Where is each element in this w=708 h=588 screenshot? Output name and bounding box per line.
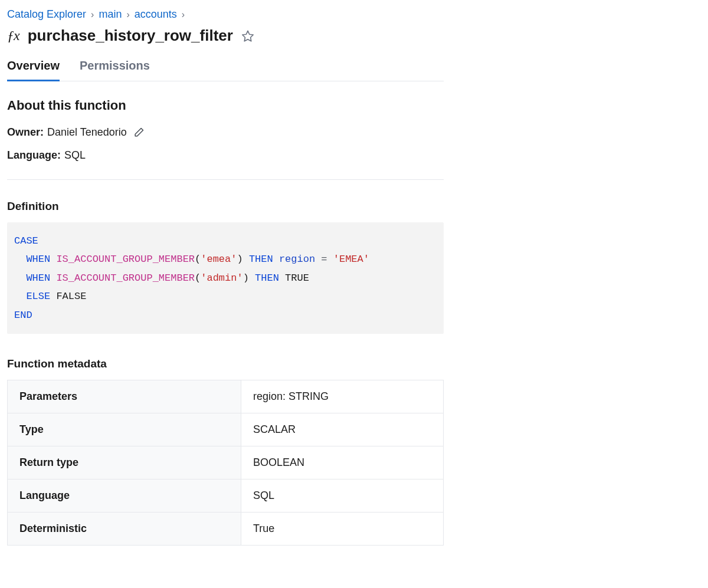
svg-marker-0 [242, 31, 253, 41]
table-row: Deterministic True [8, 513, 444, 546]
breadcrumb: Catalog Explorer › main › accounts › [7, 8, 444, 21]
metadata-label: Return type [8, 446, 241, 479]
code-punct: ) [243, 272, 249, 284]
metadata-label: Parameters [8, 380, 241, 413]
chevron-right-icon: › [182, 9, 185, 20]
code-keyword: WHEN [26, 272, 50, 284]
divider [7, 179, 444, 180]
tab-overview[interactable]: Overview [7, 59, 60, 81]
owner-label: Owner: [7, 126, 44, 139]
tabs: Overview Permissions [7, 59, 444, 81]
star-icon[interactable] [241, 29, 254, 42]
breadcrumb-item-main[interactable]: main [99, 8, 122, 21]
owner-row: Owner: Daniel Tenedorio [7, 126, 444, 139]
breadcrumb-item-catalog-explorer[interactable]: Catalog Explorer [7, 8, 86, 21]
table-row: Type SCALAR [8, 413, 444, 446]
language-value: SQL [64, 149, 86, 162]
breadcrumb-item-accounts[interactable]: accounts [135, 8, 177, 21]
code-string: 'admin' [201, 272, 242, 284]
code-keyword: THEN [249, 254, 273, 265]
table-row: Return type BOOLEAN [8, 446, 444, 479]
code-operator: = [321, 254, 327, 265]
owner-value: Daniel Tenedorio [47, 126, 127, 139]
table-row: Language SQL [8, 479, 444, 513]
page-title: purchase_history_row_filter [28, 27, 233, 45]
about-section-title: About this function [7, 98, 444, 113]
code-literal: FALSE [56, 291, 86, 302]
table-row: Parameters region: STRING [8, 380, 444, 413]
chevron-right-icon: › [91, 9, 94, 20]
code-literal: TRUE [285, 272, 309, 284]
metadata-table: Parameters region: STRING Type SCALAR Re… [7, 380, 444, 546]
code-keyword: THEN [255, 272, 279, 284]
function-icon: ƒx [7, 28, 19, 44]
page-title-row: ƒx purchase_history_row_filter [7, 27, 444, 45]
language-row: Language: SQL [7, 149, 444, 162]
code-string: 'emea' [201, 254, 237, 265]
code-function: IS_ACCOUNT_GROUP_MEMBER [56, 272, 195, 284]
definition-heading: Definition [7, 200, 444, 213]
code-punct: ) [237, 254, 242, 265]
chevron-right-icon: › [126, 9, 129, 20]
metadata-value: True [241, 513, 444, 546]
code-keyword: WHEN [26, 254, 50, 265]
definition-code: CASE WHEN IS_ACCOUNT_GROUP_MEMBER('emea'… [7, 222, 444, 334]
metadata-value: BOOLEAN [241, 446, 444, 479]
metadata-value: SCALAR [241, 413, 444, 446]
code-function: IS_ACCOUNT_GROUP_MEMBER [56, 254, 195, 265]
metadata-value: SQL [241, 479, 444, 513]
code-punct: ( [195, 254, 201, 265]
metadata-heading: Function metadata [7, 357, 444, 370]
tab-permissions[interactable]: Permissions [80, 59, 150, 81]
code-identifier: region [279, 254, 315, 265]
code-keyword: END [14, 310, 32, 321]
metadata-label: Type [8, 413, 241, 446]
code-keyword: CASE [14, 235, 38, 247]
code-punct: ( [195, 272, 201, 284]
metadata-label: Language [8, 479, 241, 513]
code-keyword: ELSE [26, 291, 50, 302]
metadata-value: region: STRING [241, 380, 444, 413]
language-label: Language: [7, 149, 61, 162]
metadata-label: Deterministic [8, 513, 241, 546]
pencil-icon[interactable] [133, 127, 145, 139]
code-string: 'EMEA' [333, 254, 369, 265]
